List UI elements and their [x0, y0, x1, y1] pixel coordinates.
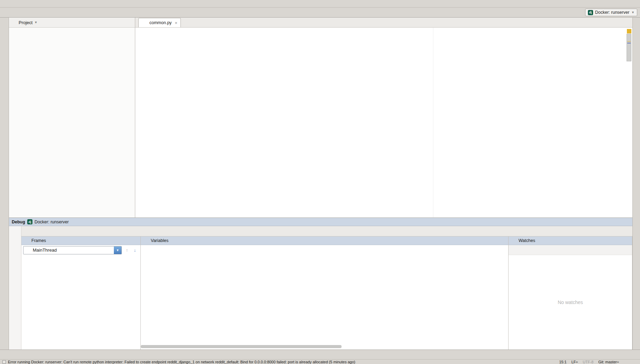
variables-icon	[143, 238, 149, 243]
no-watches-message: No watches	[509, 255, 632, 350]
thread-selector-row: MainThread ▼ ↑ ↓	[21, 245, 140, 255]
file-status-marker	[627, 29, 631, 33]
debug-settings-icon[interactable]	[617, 219, 622, 225]
watches-toolbar	[509, 245, 632, 255]
status-square-icon	[2, 360, 6, 364]
debugger-tab-bar	[21, 226, 632, 236]
watches-title: Watches	[519, 238, 535, 243]
run-toolbar: dj Docker: runserver ▼	[585, 9, 637, 16]
close-tab-icon[interactable]: ×	[175, 20, 178, 26]
status-widgets: 15:1 LF÷ UTF-8 Git: master÷	[559, 360, 638, 364]
editor-tab-bar: common.py ×	[135, 18, 632, 28]
frames-panel: Frames MainThread ▼ ↑	[21, 236, 141, 350]
frames-list	[21, 255, 140, 350]
navigation-toolbar: dj Docker: runserver ▼	[0, 8, 640, 18]
code-area[interactable]	[135, 28, 632, 218]
frame-up-icon[interactable]: ↑	[124, 247, 130, 253]
variables-title: Variables	[151, 238, 168, 243]
lock-icon[interactable]	[624, 360, 628, 364]
thread-name: MainThread	[33, 247, 57, 253]
status-message-area[interactable]: Error running Docker: runserver: Can't r…	[2, 360, 557, 364]
ide-window: { "colors":{"selection_blue":"#2e65bd","…	[0, 0, 640, 364]
left-toolwindow-stripe	[0, 18, 9, 350]
debug-toolwindow-header: Debug dj Docker: runserver	[9, 218, 632, 226]
toolwindow-bar	[0, 350, 640, 359]
thread-dropdown[interactable]: MainThread ▼	[23, 246, 122, 254]
debug-toolwindow: Debug dj Docker: runserver Frames	[9, 218, 632, 350]
scrollbar-mark	[627, 41, 631, 42]
watches-panel-header: Watches	[509, 236, 632, 245]
frames-icon	[24, 238, 29, 243]
git-branch-widget[interactable]: Git: master÷	[598, 360, 619, 364]
status-bar: Error running Docker: runserver: Can't r…	[0, 359, 640, 364]
chevron-down-icon[interactable]: ▼	[34, 21, 37, 24]
django-icon: dj	[27, 219, 32, 224]
frames-title: Frames	[31, 238, 46, 243]
right-toolwindow-stripe	[632, 18, 640, 350]
editor-tab-common-py[interactable]: common.py ×	[138, 18, 181, 27]
debug-title: Debug	[12, 220, 25, 224]
caret-position-widget[interactable]: 15:1	[559, 360, 567, 364]
editor-tab-title: common.py	[149, 20, 172, 25]
run-configuration-label: Docker: runserver	[595, 10, 629, 15]
variables-panel-header: Variables	[141, 236, 508, 245]
hide-variables-icon[interactable]	[500, 238, 506, 243]
editor-scrollbar[interactable]	[627, 34, 631, 61]
variables-list	[141, 245, 508, 350]
hide-watches-icon[interactable]	[624, 238, 630, 243]
run-configuration-select[interactable]: dj Docker: runserver ▼	[585, 9, 637, 16]
encoding-widget[interactable]: UTF-8	[583, 360, 593, 364]
variables-panel: Variables	[141, 236, 509, 350]
chevron-down-icon: ▼	[631, 11, 634, 14]
watches-icon	[511, 238, 516, 243]
right-margin-guide	[433, 28, 433, 218]
project-panel: Project ▼	[9, 18, 135, 218]
inspections-icon[interactable]	[633, 360, 638, 364]
watches-panel: Watches No watches	[509, 236, 632, 350]
status-error-message: Error running Docker: runserver: Can't r…	[8, 360, 355, 364]
project-pane-icon	[11, 20, 17, 25]
menu-bar	[0, 0, 640, 8]
python-file-icon	[142, 20, 147, 26]
frame-down-icon[interactable]: ↓	[132, 247, 138, 253]
hide-frames-icon[interactable]	[132, 238, 138, 243]
debug-actions-toolbar	[9, 226, 21, 350]
editor: common.py ×	[135, 18, 632, 218]
hide-debug-panel-icon[interactable]	[624, 219, 630, 225]
project-panel-title: Project	[19, 20, 32, 25]
scrollbar-mark	[627, 43, 631, 43]
variables-horizontal-scrollbar[interactable]	[141, 345, 342, 348]
thread-dropdown-button[interactable]: ▼	[114, 246, 121, 254]
django-icon: dj	[588, 10, 593, 15]
line-separator-widget[interactable]: LF÷	[571, 360, 578, 364]
frames-panel-header: Frames	[21, 236, 140, 245]
project-panel-header: Project ▼	[9, 18, 135, 28]
project-tree	[9, 28, 135, 218]
debug-config-name: Docker: runserver	[35, 220, 69, 224]
thread-icon	[25, 247, 31, 253]
